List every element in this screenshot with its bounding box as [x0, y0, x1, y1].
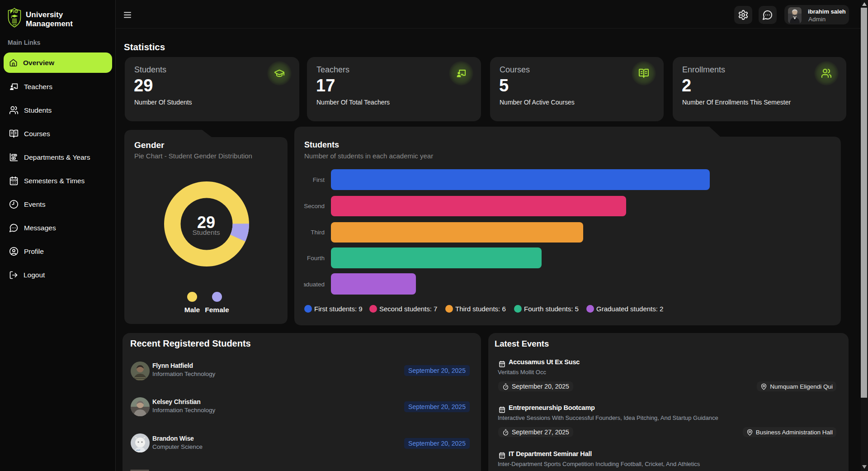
svg-text:2024: 2024	[13, 24, 16, 26]
